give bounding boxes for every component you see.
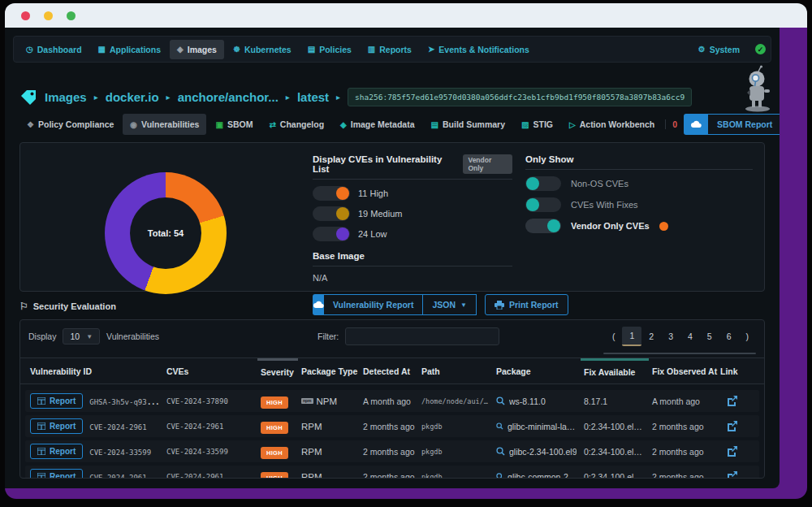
magnifier-icon	[496, 422, 503, 431]
tab-image-metadata[interactable]: ◈Image Metadata	[333, 114, 421, 135]
external-link-icon	[727, 396, 737, 406]
legend-toggle[interactable]	[313, 186, 350, 201]
pagination-page-3[interactable]: 3	[661, 327, 680, 345]
only-show-row: Vendor Only CVEs	[525, 219, 753, 233]
report-button[interactable]: Report	[30, 444, 83, 459]
breadcrumb-item[interactable]: docker.io	[106, 90, 159, 104]
breadcrumb-separator-icon: ▸	[336, 93, 340, 102]
download-sbom-button[interactable]	[684, 114, 708, 135]
horizontal-scrollbar[interactable]	[603, 353, 756, 354]
severity-legend-toggle-medium[interactable]: 19 Medium	[313, 206, 512, 221]
page-size-select[interactable]: 10 ▼	[63, 328, 100, 344]
tab-build-summary[interactable]: ▤Build Summary	[424, 114, 512, 135]
image-digest-badge[interactable]: sha256:785f57ed61e9570d0380a056ddfc23eb1…	[348, 88, 692, 106]
legend-toggle[interactable]	[313, 227, 350, 241]
vulnerability-summary-panel: Total: 54 Display CVEs in Vulnerability …	[19, 142, 765, 292]
package-link[interactable]: glibc-2.34-100.el9	[493, 447, 581, 457]
nav-item-system[interactable]: ⚙ System	[691, 40, 747, 59]
tab-vulnerabilities[interactable]: ◉Vulnerabilities	[123, 114, 206, 135]
sbom-cube-icon: ▣	[215, 120, 222, 129]
table-row: ReportCVE-2024-2961CVE-2024-2961HIGHRPM2…	[25, 415, 759, 437]
cve-id: CVE-2024-2961	[163, 422, 257, 431]
nav-item-kubernetes[interactable]: ☸Kubernetes	[226, 40, 299, 59]
tab-action-workbench[interactable]: ▷Action Workbench	[562, 114, 662, 135]
nav-item-reports[interactable]: ▥Reports	[361, 40, 419, 59]
column-header-package[interactable]: Package	[493, 360, 581, 383]
only-show-row: CVEs With Fixes	[525, 197, 753, 212]
tab-sbom[interactable]: ▣SBOM	[208, 114, 260, 135]
fix-observed-at: 2 months ago	[649, 447, 717, 457]
legend-toggle[interactable]	[313, 206, 350, 221]
dashboard-icon: ◷	[26, 45, 33, 54]
reports-table-icon: ▥	[368, 45, 375, 54]
table-row: ReportCVE-2024-33599CVE-2024-33599HIGHRP…	[25, 440, 759, 462]
fix-available: 0:2.34-100.el9_4.2	[581, 422, 649, 431]
shield-check-icon: ❖	[27, 120, 34, 129]
minimize-window-button[interactable]	[44, 11, 53, 20]
column-header-link[interactable]: Link	[717, 360, 758, 383]
only-show-row: Non-OS CVEs	[525, 176, 753, 191]
toggle-vendor-only-cves[interactable]	[525, 219, 561, 233]
package-type: RPM	[298, 447, 360, 457]
external-link-button[interactable]	[717, 446, 758, 457]
pagination-page-5[interactable]: 5	[700, 327, 719, 345]
breadcrumb-item[interactable]: latest	[297, 90, 329, 104]
external-link-button[interactable]	[717, 396, 758, 406]
path: pkgdb	[418, 422, 493, 431]
nav-item-applications[interactable]: ▦Applications	[91, 40, 168, 59]
toggle-cves-with-fixes[interactable]	[525, 197, 561, 212]
pagination-prev-icon[interactable]: (	[605, 327, 623, 345]
pagination-page-4[interactable]: 4	[680, 327, 700, 345]
maximize-window-button[interactable]	[67, 11, 76, 20]
column-header-fix-available[interactable]: Fix Available	[581, 358, 649, 384]
column-header-vulnerability-id[interactable]: Vulnerability ID	[27, 360, 163, 383]
column-header-cves[interactable]: CVEs	[163, 360, 257, 383]
nav-item-images[interactable]: ◈Images	[170, 40, 224, 59]
column-header-detected-at[interactable]: Detected At	[360, 360, 418, 383]
tab-changelog[interactable]: ⇄Changelog	[261, 114, 331, 135]
column-header-package-type[interactable]: Package Type	[298, 360, 360, 383]
vulnerability-id: CVE-2024-33599	[89, 448, 151, 457]
package-link[interactable]: glibc-minimal-langpack	[493, 422, 581, 431]
path: pkgdb	[418, 473, 493, 479]
fix-observed-at: 2 months ago	[649, 422, 717, 431]
table-body: ReportGHSA-3h5v-q93c-6h6qCVE-2024-37890H…	[20, 384, 764, 478]
breadcrumb-item[interactable]: anchore/anchor...	[178, 90, 279, 104]
column-header-severity[interactable]: Severity	[257, 358, 298, 384]
anchore-robot-mascot	[737, 65, 778, 112]
pagination-page-1[interactable]: 1	[622, 327, 641, 346]
desktop-backdrop: ◷Dashboard▦Applications◈Images☸Kubernete…	[5, 28, 807, 499]
severity-legend-toggle-high[interactable]: 11 High	[313, 186, 512, 201]
tab-stig[interactable]: ▨STIG	[514, 114, 560, 135]
severity-legend-toggle-low[interactable]: 24 Low	[313, 227, 512, 241]
report-button[interactable]: Report	[30, 469, 83, 478]
toggle-non-os-cves[interactable]	[525, 176, 561, 191]
nav-item-policies[interactable]: ▤Policies	[300, 40, 359, 59]
close-window-button[interactable]	[21, 11, 30, 20]
pagination-page-6[interactable]: 6	[719, 327, 739, 345]
report-table-icon	[37, 448, 45, 455]
system-health-ok-icon[interactable]: ✓	[755, 44, 766, 54]
tab-policy-compliance[interactable]: ❖Policy Compliance	[19, 114, 121, 135]
filter-input[interactable]	[345, 327, 499, 345]
breadcrumb-separator-icon: ▸	[94, 93, 98, 102]
pagination-next-icon[interactable]: )	[739, 327, 757, 345]
breadcrumb-item[interactable]: Images	[45, 90, 87, 104]
policies-book-icon: ▤	[308, 45, 315, 54]
magnifier-icon	[496, 472, 503, 478]
build-summary-icon: ▤	[431, 120, 438, 129]
external-link-button[interactable]	[717, 421, 758, 431]
column-header-path[interactable]: Path	[418, 360, 493, 383]
report-button[interactable]: Report	[30, 418, 83, 434]
external-link-button[interactable]	[717, 471, 758, 478]
report-button[interactable]: Report	[30, 393, 83, 409]
pagination-page-2[interactable]: 2	[641, 327, 661, 345]
package-link[interactable]: ws-8.11.0	[493, 396, 581, 406]
sbom-report-button[interactable]: SBOM Report	[708, 114, 780, 135]
donut-chart[interactable]: Total: 54	[105, 172, 227, 294]
nav-item-events-notifications[interactable]: ➤Events & Notifications	[421, 40, 537, 59]
metadata-tag-icon: ◈	[340, 120, 347, 129]
package-link[interactable]: glibc-common-2.34-10	[493, 472, 581, 479]
nav-item-dashboard[interactable]: ◷Dashboard	[19, 40, 89, 59]
column-header-fix-observed-at[interactable]: Fix Observed At	[649, 360, 717, 383]
